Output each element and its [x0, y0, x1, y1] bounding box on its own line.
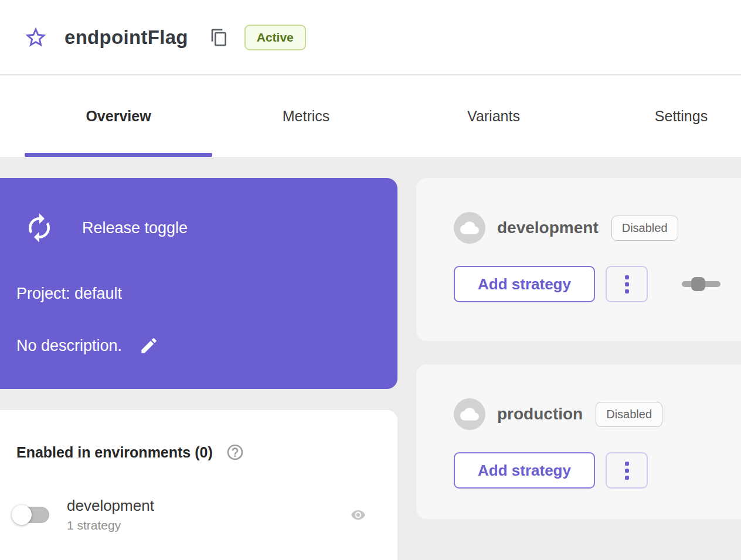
environment-row-development: development 1 strategy	[13, 497, 368, 532]
tab-metrics[interactable]: Metrics	[212, 76, 400, 157]
environment-card-name: development	[497, 218, 599, 237]
tab-overview[interactable]: Overview	[25, 76, 212, 157]
tab-bar: Overview Metrics Variants Settings	[0, 76, 741, 157]
environment-card-development: development Disabled Add strategy	[416, 178, 741, 341]
active-tab-indicator	[25, 153, 212, 157]
status-badge: Active	[244, 25, 306, 50]
visibility-eye-icon[interactable]	[348, 505, 368, 525]
page-header: endpointFlag Active	[0, 0, 741, 75]
edit-description-icon[interactable]	[138, 335, 159, 356]
help-icon[interactable]	[226, 443, 244, 462]
enabled-environments-panel: Enabled in environments (0) development …	[0, 410, 397, 560]
environment-status-chip: Disabled	[596, 402, 662, 427]
environment-toggle-switch[interactable]	[682, 277, 720, 291]
tab-settings[interactable]: Settings	[587, 76, 741, 157]
description-text: No description.	[16, 337, 122, 355]
project-label: Project: default	[16, 285, 122, 303]
release-toggle-icon	[23, 212, 55, 244]
copy-icon[interactable]	[209, 28, 229, 47]
favorite-star-icon[interactable]	[23, 25, 48, 50]
add-strategy-button[interactable]: Add strategy	[454, 266, 595, 302]
cloud-icon	[454, 398, 485, 430]
enabled-environments-heading: Enabled in environments (0)	[16, 444, 213, 461]
environment-enable-switch[interactable]	[13, 507, 49, 523]
environment-strategy-count: 1 strategy	[67, 518, 154, 532]
feature-flag-page: endpointFlag Active Overview Metrics Var…	[0, 0, 741, 560]
add-strategy-button[interactable]: Add strategy	[454, 452, 595, 489]
feature-overview-card: Release toggle Project: default No descr…	[0, 178, 397, 389]
environment-name: development	[67, 497, 154, 515]
toggle-type-label: Release toggle	[82, 219, 188, 237]
page-title: endpointFlag	[64, 26, 188, 49]
more-actions-kebab-icon[interactable]	[606, 452, 648, 489]
environment-card-production: production Disabled Add strategy	[416, 364, 741, 519]
content-area: Release toggle Project: default No descr…	[0, 157, 741, 560]
cloud-icon	[454, 212, 485, 244]
environment-status-chip: Disabled	[611, 216, 678, 241]
tab-variants[interactable]: Variants	[400, 76, 587, 157]
more-actions-kebab-icon[interactable]	[606, 266, 648, 302]
environment-card-name: production	[497, 405, 583, 424]
